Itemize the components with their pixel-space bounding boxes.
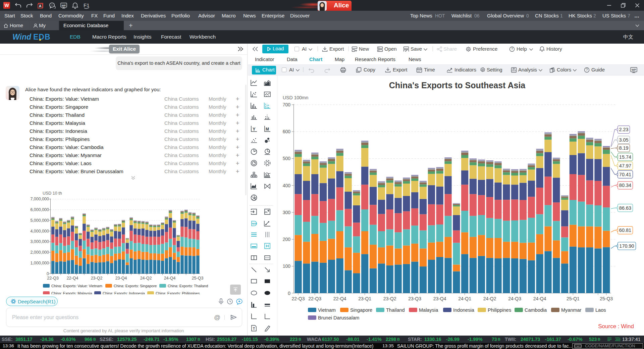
- svg-text:Indonesia: Indonesia: [453, 307, 475, 313]
- svg-text:22-Q3: 22-Q3: [47, 276, 59, 281]
- svg-text:Vietnam: Vietnam: [318, 307, 336, 313]
- svg-text:6,000,000: 6,000,000: [30, 207, 49, 212]
- svg-text:25-Q1: 25-Q1: [567, 296, 580, 301]
- svg-text:22-Q3: 22-Q3: [308, 296, 321, 301]
- svg-text:Thailand: Thailand: [386, 307, 405, 313]
- svg-text:2,000,000: 2,000,000: [30, 250, 49, 255]
- svg-text:Source : Wind: Source : Wind: [598, 323, 634, 330]
- svg-text:24-Q3: 24-Q3: [508, 296, 521, 301]
- svg-text:60.81: 60.81: [619, 228, 631, 233]
- svg-text:4,000,000: 4,000,000: [30, 229, 49, 234]
- svg-text:Laos: Laos: [595, 307, 606, 313]
- svg-text:WP: WP: [62, 4, 66, 7]
- svg-text:3.05: 3.05: [619, 137, 628, 143]
- svg-text:23-Q4: 23-Q4: [433, 296, 446, 301]
- svg-text:600: 600: [283, 129, 291, 134]
- svg-text:23-Q2: 23-Q2: [91, 276, 103, 281]
- svg-text:A: A: [39, 4, 42, 8]
- svg-text:23-Q2: 23-Q2: [383, 296, 396, 301]
- svg-text:23-Q1: 23-Q1: [358, 296, 371, 301]
- svg-text:?: ?: [511, 47, 513, 51]
- svg-text:300: 300: [283, 210, 291, 215]
- svg-text:170.90: 170.90: [619, 243, 634, 249]
- svg-text:22-Q3: 22-Q3: [292, 296, 305, 301]
- svg-text:NEW: NEW: [252, 222, 257, 225]
- svg-text:86.63: 86.63: [619, 205, 631, 211]
- svg-text:500: 500: [283, 156, 291, 161]
- svg-text:0: 0: [47, 271, 49, 276]
- svg-text:Malaysia: Malaysia: [419, 307, 438, 313]
- svg-text:Singapore: Singapore: [350, 307, 372, 313]
- svg-text:China: Exports: Singapore: China: Exports: Singapore: [114, 284, 157, 288]
- svg-text:23-Q4: 23-Q4: [115, 276, 127, 281]
- svg-text:Y: Y: [253, 127, 256, 132]
- svg-text:T: T: [253, 327, 255, 331]
- svg-text:China's Exports to Southeast A: China's Exports to Southeast Asia: [389, 81, 526, 90]
- svg-text:0: 0: [288, 291, 290, 296]
- svg-text:24-Q4: 24-Q4: [164, 276, 176, 281]
- svg-text:Philippines: Philippines: [488, 307, 511, 313]
- svg-text:80.34: 80.34: [619, 183, 631, 188]
- svg-text:USD 100mn: USD 100mn: [283, 95, 308, 100]
- svg-text:Cambodia: Cambodia: [525, 307, 547, 313]
- svg-text:USD 10 th: USD 10 th: [43, 191, 62, 196]
- svg-text:3,000,000: 3,000,000: [30, 239, 49, 244]
- svg-text:8.19: 8.19: [619, 145, 628, 151]
- svg-text:?: ?: [586, 68, 588, 72]
- svg-text:5,000,000: 5,000,000: [30, 218, 49, 223]
- svg-text:100: 100: [283, 263, 291, 269]
- svg-text:24-Q4: 24-Q4: [533, 296, 546, 301]
- svg-text:25-Q3: 25-Q3: [192, 276, 204, 281]
- svg-text:Myanmar: Myanmar: [561, 307, 582, 313]
- svg-text:22-Q4: 22-Q4: [67, 276, 78, 281]
- svg-text:Brunei Darussalam: Brunei Darussalam: [318, 315, 359, 320]
- svg-text:700: 700: [283, 102, 291, 107]
- svg-text:400: 400: [283, 183, 291, 188]
- svg-text:23-Q3: 23-Q3: [408, 296, 421, 301]
- svg-text:47.97: 47.97: [619, 163, 631, 168]
- svg-text:24-Q2: 24-Q2: [140, 276, 152, 281]
- svg-text:7,000,000: 7,000,000: [30, 197, 49, 201]
- svg-text:22-Q4: 22-Q4: [333, 296, 346, 301]
- svg-text:China: Exports: Value: Vietnam: China: Exports: Value: Vietnam: [51, 284, 102, 288]
- svg-text:25-Q3: 25-Q3: [600, 296, 613, 301]
- svg-text:WP: WP: [632, 68, 636, 71]
- svg-text:15.74: 15.74: [619, 154, 631, 160]
- svg-text:70.41: 70.41: [619, 172, 631, 177]
- svg-text:24-Q2: 24-Q2: [483, 296, 496, 301]
- svg-text:China: Exports: Thailand: China: Exports: Thailand: [168, 284, 208, 288]
- svg-text:M: M: [266, 127, 269, 132]
- svg-text:1,000,000: 1,000,000: [30, 261, 49, 265]
- svg-text:F1: F1: [84, 2, 90, 8]
- svg-text:200: 200: [283, 237, 291, 242]
- svg-text:24-Q1: 24-Q1: [458, 296, 471, 301]
- svg-text:2.23: 2.23: [619, 127, 628, 132]
